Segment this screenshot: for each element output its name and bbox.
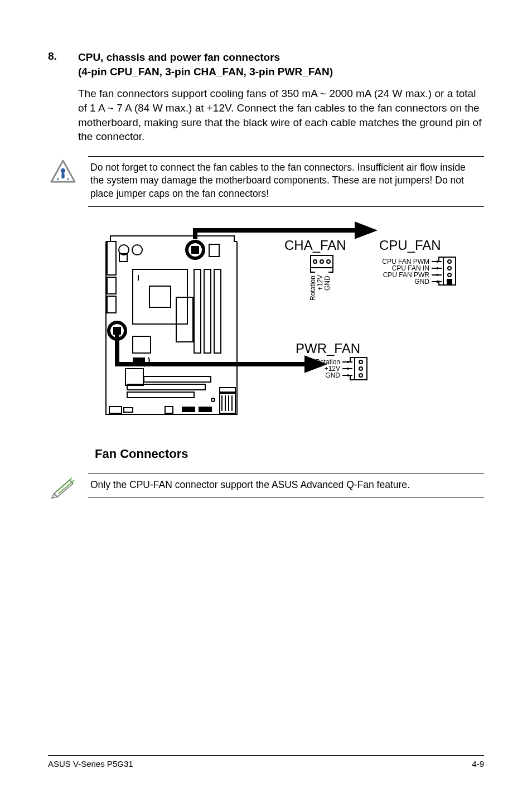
cha-fan-pin-1: +12V — [316, 274, 324, 290]
svg-rect-25 — [144, 376, 211, 382]
svg-rect-37 — [182, 407, 195, 412]
svg-rect-15 — [149, 286, 171, 307]
svg-marker-42 — [357, 225, 371, 236]
warning-icon — [48, 156, 78, 183]
svg-point-46 — [320, 260, 323, 263]
svg-point-1 — [61, 168, 65, 173]
pwr-fan-pin-2: GND — [325, 371, 340, 379]
pwr-fan-title: PWR_FAN — [296, 341, 360, 356]
svg-point-41 — [211, 398, 215, 402]
svg-rect-38 — [199, 407, 212, 412]
svg-rect-36 — [165, 407, 173, 413]
svg-rect-40 — [124, 408, 133, 412]
svg-rect-12 — [209, 244, 219, 257]
cha-fan-pin-2: GND — [323, 276, 331, 291]
cha-fan-pin-0: Rotation — [309, 276, 317, 301]
note-icon — [48, 474, 78, 499]
svg-point-62 — [359, 360, 362, 364]
svg-rect-23 — [127, 392, 194, 398]
svg-rect-5 — [107, 241, 116, 275]
svg-rect-27 — [204, 269, 211, 353]
svg-point-9 — [132, 245, 142, 255]
svg-rect-35 — [220, 388, 235, 392]
section-number: 8. — [48, 50, 78, 79]
section-paragraph: The fan connectors support cooling fans … — [78, 86, 484, 144]
cpu-fan-pin-3: GND — [414, 278, 429, 286]
cpu-fan-title: CPU_FAN — [379, 238, 441, 253]
svg-point-3 — [57, 178, 59, 180]
svg-point-49 — [448, 260, 451, 263]
cha-fan-title: CHA_FAN — [284, 238, 346, 253]
svg-rect-11 — [191, 246, 199, 254]
svg-point-64 — [359, 374, 362, 377]
svg-rect-39 — [109, 407, 122, 413]
svg-rect-20 — [133, 336, 151, 353]
svg-point-51 — [448, 273, 451, 277]
svg-rect-26 — [194, 269, 201, 353]
svg-rect-13 — [209, 244, 219, 257]
section-title-line2: (4-pin CPU_FAN, 3-pin CHA_FAN, 3-pin PWR… — [78, 65, 333, 79]
section-title-line1: CPU, chassis and power fan connectors — [78, 50, 333, 65]
svg-rect-29 — [176, 297, 193, 342]
note-text: Only the CPU-FAN connector support the A… — [88, 474, 484, 498]
svg-point-47 — [327, 260, 330, 263]
footer-left: ASUS V-Series P5G31 — [48, 759, 133, 769]
svg-rect-7 — [107, 296, 116, 313]
svg-rect-52 — [447, 279, 452, 284]
svg-rect-28 — [214, 269, 221, 353]
svg-point-50 — [448, 267, 451, 270]
svg-point-4 — [67, 178, 69, 180]
warning-text: Do not forget to connect the fan cables … — [88, 156, 484, 207]
svg-point-45 — [313, 260, 317, 263]
svg-rect-6 — [107, 277, 116, 294]
svg-rect-22 — [125, 369, 143, 385]
fan-connectors-diagram: CHA_FAN Rotation +12V GND CPU_FAN — [95, 219, 484, 461]
svg-rect-2 — [61, 173, 64, 178]
footer-right: 4-9 — [472, 759, 484, 769]
figure-caption: Fan Connectors — [95, 447, 484, 461]
svg-point-63 — [359, 367, 362, 370]
